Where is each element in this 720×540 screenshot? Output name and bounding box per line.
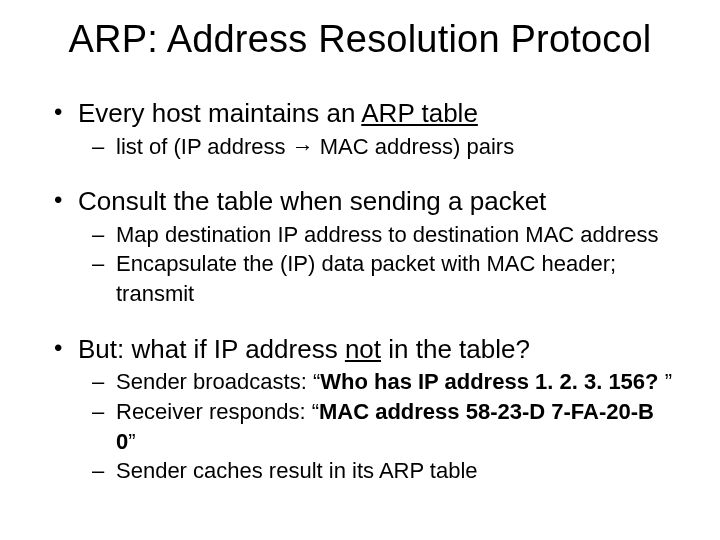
slide: ARP: Address Resolution Protocol Every h… [0,0,720,540]
right-quote-icon: ” [665,369,672,394]
slide-title: ARP: Address Resolution Protocol [48,18,672,61]
bullet-3-underline: not [345,334,381,364]
bullet-3: But: what if IP address not in the table… [48,333,672,486]
bullet-3-sub-3: Sender caches result in its ARP table [78,456,672,486]
bullet-3-sub-1-pre: Sender broadcasts: [116,369,313,394]
bullet-3-sub-2: Receiver responds: “MAC address 58-23-D … [78,397,672,456]
bullet-1: Every host maintains an ARP table list o… [48,97,672,161]
bullet-2: Consult the table when sending a packet … [48,185,672,309]
bullet-2-sublist: Map destination IP address to destinatio… [78,220,672,309]
bullet-2-sub-2: Encapsulate the (IP) data packet with MA… [78,249,672,308]
bullet-3-sublist: Sender broadcasts: “Who has IP address 1… [78,367,672,486]
bullet-1-sub-1: list of (IP address → MAC address) pairs [78,132,672,162]
bullet-1-underline: ARP table [361,98,478,128]
bullet-3-sub-1: Sender broadcasts: “Who has IP address 1… [78,367,672,397]
left-quote-icon: “ [312,399,319,424]
bullet-3-sub-2-pre: Receiver responds: [116,399,312,424]
bullet-1-pre: Every host maintains an [78,98,361,128]
bullet-3-pre: But: what if IP address [78,334,345,364]
bullet-2-text: Consult the table when sending a packet [78,186,546,216]
bullet-3-sub-1-quote: “Who has IP address 1. 2. 3. 156? ” [313,369,672,394]
bullet-1-sub-1-pre: list of (IP address [116,134,292,159]
bullet-2-sub-1: Map destination IP address to destinatio… [78,220,672,250]
bullet-3-sub-1-quote-text: Who has IP address 1. 2. 3. 156? [320,369,664,394]
bullet-list: Every host maintains an ARP table list o… [48,97,672,486]
right-quote-icon: ” [128,429,135,454]
bullet-3-post: in the table? [381,334,530,364]
bullet-1-sub-1-post: MAC address) pairs [314,134,515,159]
arrow-icon: → [292,134,314,159]
bullet-1-sublist: list of (IP address → MAC address) pairs [78,132,672,162]
